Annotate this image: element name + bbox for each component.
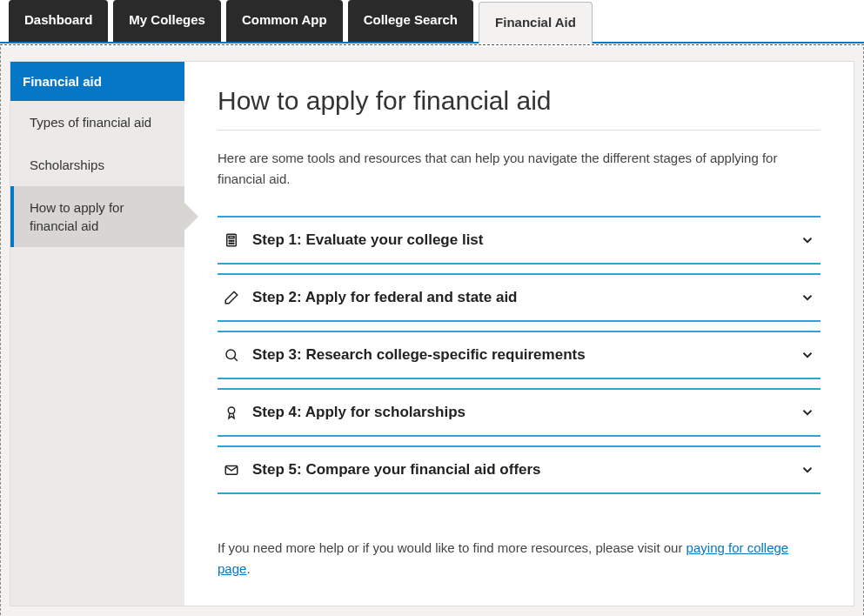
steps-list: Step 1: Evaluate your college list Step … (218, 216, 820, 503)
chevron-down-icon (800, 290, 815, 305)
tab-financial-aid[interactable]: Financial Aid (479, 2, 593, 44)
step-label: Step 2: Apply for federal and state aid (252, 289, 800, 306)
tab-my-colleges[interactable]: My Colleges (113, 0, 221, 42)
main-panel: Financial aid Types of financial aid Sch… (10, 61, 854, 606)
chevron-down-icon (800, 405, 815, 420)
top-tabs: Dashboard My Colleges Common App College… (0, 0, 864, 44)
envelope-icon (223, 461, 240, 479)
intro-text: Here are some tools and resources that c… (218, 148, 820, 190)
tab-dashboard[interactable]: Dashboard (9, 0, 108, 42)
svg-point-5 (229, 243, 230, 244)
sidebar: Financial aid Types of financial aid Sch… (10, 62, 184, 606)
svg-point-7 (233, 243, 234, 244)
tab-college-search[interactable]: College Search (348, 0, 473, 42)
footer-prefix: If you need more help or if you would li… (218, 540, 687, 555)
svg-rect-1 (229, 237, 234, 238)
step-5[interactable]: Step 5: Compare your financial aid offer… (218, 445, 820, 494)
svg-point-4 (233, 240, 234, 241)
svg-point-10 (228, 407, 235, 414)
svg-point-8 (226, 350, 236, 359)
step-3[interactable]: Step 3: Research college-specific requir… (218, 331, 820, 379)
calculator-icon (223, 231, 240, 249)
award-icon (223, 404, 240, 421)
step-1[interactable]: Step 1: Evaluate your college list (218, 216, 820, 264)
sidebar-item-how-to-apply[interactable]: How to apply for financial aid (10, 186, 184, 247)
chevron-down-icon (800, 462, 815, 478)
step-4[interactable]: Step 4: Apply for scholarships (218, 388, 820, 437)
pencil-icon (223, 289, 240, 306)
sidebar-item-scholarships[interactable]: Scholarships (10, 144, 184, 186)
svg-point-6 (231, 243, 231, 244)
content-area: How to apply for financial aid Here are … (184, 62, 854, 606)
step-label: Step 4: Apply for scholarships (252, 404, 800, 421)
footer-text: If you need more help or if you would li… (218, 538, 820, 579)
svg-line-9 (234, 358, 238, 361)
sidebar-header[interactable]: Financial aid (10, 62, 184, 101)
step-2[interactable]: Step 2: Apply for federal and state aid (218, 273, 820, 322)
step-label: Step 5: Compare your financial aid offer… (252, 461, 800, 479)
svg-point-3 (231, 240, 231, 241)
svg-point-2 (229, 240, 230, 241)
footer-suffix: . (246, 561, 250, 576)
panel-container: Financial aid Types of financial aid Sch… (0, 47, 864, 616)
chevron-down-icon (800, 347, 815, 363)
sidebar-item-types[interactable]: Types of financial aid (10, 101, 184, 144)
chevron-down-icon (800, 232, 815, 248)
tab-common-app[interactable]: Common App (226, 0, 343, 42)
step-label: Step 1: Evaluate your college list (252, 231, 800, 249)
page-title: How to apply for financial aid (218, 86, 820, 131)
search-icon (223, 346, 240, 364)
step-label: Step 3: Research college-specific requir… (252, 346, 800, 364)
